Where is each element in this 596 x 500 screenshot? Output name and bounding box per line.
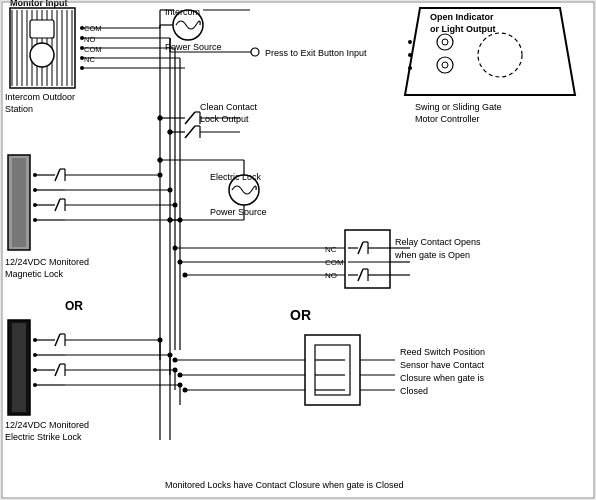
svg-text:or Light Output: or Light Output <box>430 24 495 34</box>
svg-text:OR: OR <box>65 299 83 313</box>
svg-point-15 <box>30 43 54 67</box>
svg-rect-16 <box>30 20 54 38</box>
svg-point-107 <box>183 273 188 278</box>
svg-text:12/24VDC Monitored: 12/24VDC Monitored <box>5 420 89 430</box>
svg-text:12/24VDC Monitored: 12/24VDC Monitored <box>5 257 89 267</box>
svg-text:Sensor have Contact: Sensor have Contact <box>400 360 485 370</box>
svg-text:Electric Strike Lock: Electric Strike Lock <box>5 432 82 442</box>
svg-text:Intercom Outdoor: Intercom Outdoor <box>5 92 75 102</box>
svg-text:NC: NC <box>325 245 337 254</box>
svg-point-187 <box>168 130 173 135</box>
svg-point-115 <box>173 358 178 363</box>
monitor-input-label: Monitor Input <box>10 0 67 8</box>
svg-point-80 <box>408 53 412 57</box>
svg-text:Power Source: Power Source <box>165 42 222 52</box>
svg-point-105 <box>178 260 183 265</box>
svg-text:Magnetic Lock: Magnetic Lock <box>5 269 64 279</box>
svg-point-186 <box>158 158 163 163</box>
svg-text:Press to Exit Button Input: Press to Exit Button Input <box>265 48 367 58</box>
svg-text:NO: NO <box>84 35 95 44</box>
svg-text:Monitored Locks have Contact C: Monitored Locks have Contact Closure whe… <box>165 480 404 490</box>
svg-point-188 <box>168 218 173 223</box>
svg-point-73 <box>442 62 448 68</box>
svg-text:COM: COM <box>84 45 102 54</box>
svg-text:Intercom: Intercom <box>165 7 200 17</box>
svg-point-81 <box>408 66 412 70</box>
svg-point-103 <box>173 246 178 251</box>
svg-text:Motor Controller: Motor Controller <box>415 114 480 124</box>
wiring-diagram: Monitor Input COM NO COM NC Intercom Out… <box>0 0 596 500</box>
svg-point-71 <box>442 39 448 45</box>
svg-text:Power Source: Power Source <box>210 207 267 217</box>
svg-rect-110 <box>315 345 350 395</box>
svg-point-31 <box>251 48 259 56</box>
svg-point-119 <box>183 388 188 393</box>
svg-text:Clean Contact: Clean Contact <box>200 102 258 112</box>
svg-point-79 <box>408 40 412 44</box>
svg-rect-155 <box>12 323 26 412</box>
svg-point-138 <box>158 173 163 178</box>
svg-text:NC: NC <box>84 55 95 64</box>
svg-point-147 <box>173 203 178 208</box>
svg-text:Open Indicator: Open Indicator <box>430 12 494 22</box>
svg-text:Lock Output: Lock Output <box>200 114 249 124</box>
svg-text:Station: Station <box>5 104 33 114</box>
svg-text:when gate is Open: when gate is Open <box>394 250 470 260</box>
svg-text:Closure when gate is: Closure when gate is <box>400 373 485 383</box>
svg-point-185 <box>158 116 163 121</box>
svg-text:Reed Switch Position: Reed Switch Position <box>400 347 485 357</box>
svg-text:Closed: Closed <box>400 386 428 396</box>
svg-point-150 <box>178 218 183 223</box>
svg-rect-128 <box>12 158 26 247</box>
svg-text:Swing or Sliding Gate: Swing or Sliding Gate <box>415 102 502 112</box>
svg-point-141 <box>168 188 173 193</box>
svg-point-117 <box>178 373 183 378</box>
svg-text:Electric Lock: Electric Lock <box>210 172 262 182</box>
svg-text:Relay Contact Opens: Relay Contact Opens <box>395 237 481 247</box>
svg-text:OR: OR <box>290 307 311 323</box>
